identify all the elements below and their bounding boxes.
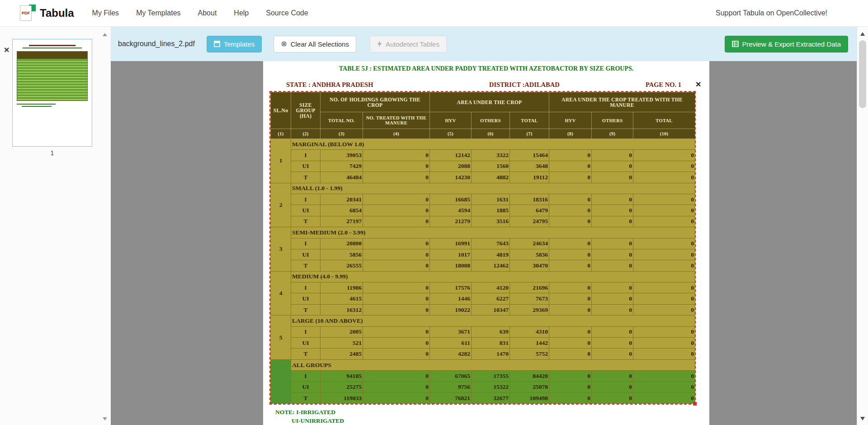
nav-item-source-code[interactable]: Source Code xyxy=(266,9,308,17)
lightning-bolt-icon xyxy=(377,41,382,47)
nav-item-my-templates[interactable]: My Templates xyxy=(136,9,180,17)
page-thumbnail-sidebar: ✕ 1 xyxy=(0,27,111,425)
templates-button[interactable]: Templates xyxy=(207,36,262,53)
templates-button-label: Templates xyxy=(224,40,255,48)
scrollbar-down-icon[interactable] xyxy=(860,417,865,420)
nav-item-help[interactable]: Help xyxy=(234,9,249,17)
nav-item-my-files[interactable]: My Files xyxy=(92,9,119,17)
scrollbar-up-icon[interactable] xyxy=(860,32,865,36)
app-brand: Tabula xyxy=(40,7,74,19)
clear-button-label: Clear All Selections xyxy=(291,40,349,48)
nav-item-about[interactable]: About xyxy=(198,9,217,17)
thumbnail-table-body xyxy=(17,59,87,100)
pdf-page-number-label: PAGE NO. 1 xyxy=(646,81,681,89)
page-scrollbar[interactable] xyxy=(857,27,868,425)
content-area: ✕ 1 background_lines_2.pdf Templates xyxy=(0,27,868,425)
table-selection-box[interactable] xyxy=(269,91,696,405)
preview-export-button[interactable]: Preview & Export Extracted Data xyxy=(725,36,848,53)
scrollbar-thumb[interactable] xyxy=(859,40,866,108)
remove-page-button[interactable]: ✕ xyxy=(4,46,9,54)
pdf-note-line-1: NOTE: I-IRRIGATED xyxy=(275,409,335,416)
sidebar-scroll-down-icon[interactable] xyxy=(103,417,107,420)
document-toolbar: background_lines_2.pdf Templates ⊗ Clear… xyxy=(111,27,868,61)
tabula-logo-icon: PDF xyxy=(20,5,34,22)
pdf-state-line: STATE : ANDHRA PRADESH xyxy=(286,81,373,89)
pdf-file-icon: PDF xyxy=(20,5,32,21)
thumbnail-table-header xyxy=(17,52,87,59)
thumbnail-note-line xyxy=(17,104,56,105)
selection-resize-handle[interactable] xyxy=(693,402,697,406)
thumbnail-subtitle-line xyxy=(23,48,82,48)
top-navbar: PDF Tabula My Files My Templates About H… xyxy=(0,0,868,27)
selection-close-button[interactable]: ✕ xyxy=(695,80,701,89)
nav-menu: My Files My Templates About Help Source … xyxy=(92,9,308,17)
thumbnail-table xyxy=(17,51,88,101)
template-icon xyxy=(214,41,220,47)
thumbnail-note-line xyxy=(22,106,52,107)
export-button-label: Preview & Export Extracted Data xyxy=(742,40,841,48)
clear-all-selections-button[interactable]: ⊗ Clear All Selections xyxy=(274,36,356,53)
pdf-page[interactable]: TABLE 5J : ESTIMATED AREA UNDER PADDY TR… xyxy=(263,61,709,425)
autodetect-tables-button[interactable]: Autodetect Tables xyxy=(370,36,447,53)
thumbnail-title-line xyxy=(29,45,76,46)
support-link[interactable]: Support Tabula on OpenCollective! xyxy=(716,9,827,17)
document-column: background_lines_2.pdf Templates ⊗ Clear… xyxy=(111,27,868,425)
autodetect-button-label: Autodetect Tables xyxy=(386,40,439,48)
clear-circle-x-icon: ⊗ xyxy=(281,40,287,48)
open-filename: background_lines_2.pdf xyxy=(118,40,195,48)
sidebar-scroll-up-icon[interactable] xyxy=(103,33,107,36)
pdf-district-line: DISTRICT :ADILABAD xyxy=(489,81,560,89)
thumbnail-page-number: 1 xyxy=(12,149,92,157)
table-grid-icon xyxy=(732,41,739,47)
pdf-viewport: TABLE 5J : ESTIMATED AREA UNDER PADDY TR… xyxy=(111,61,868,425)
pdf-note-line-2: UI-UNIRRIGATED xyxy=(292,417,344,425)
page-1-thumbnail[interactable] xyxy=(12,39,92,147)
pdf-table-title: TABLE 5J : ESTIMATED AREA UNDER PADDY TR… xyxy=(263,65,709,72)
